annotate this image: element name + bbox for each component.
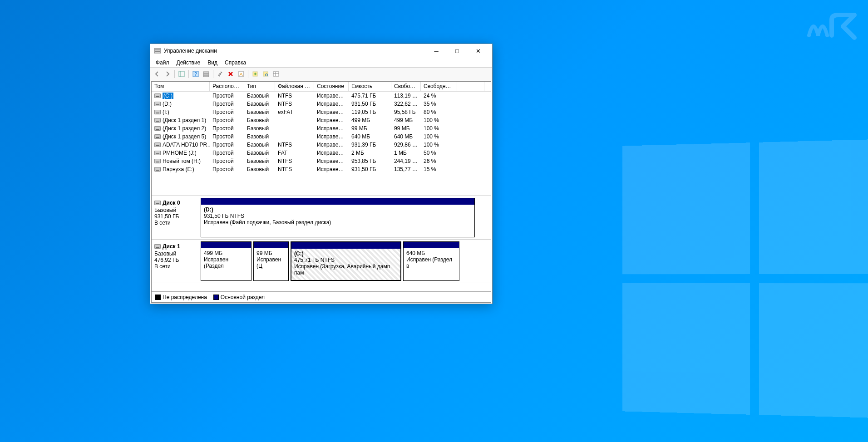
content-area: Том Располож… Тип Файловая с… Состояние … <box>151 81 491 303</box>
volume-status: Исправен… <box>314 125 349 132</box>
volume-freepct: 100 % <box>421 125 457 132</box>
partition[interactable]: 640 МБИсправен (Раздел в <box>403 241 459 281</box>
col-volume[interactable]: Том <box>152 82 210 91</box>
maximize-button[interactable]: □ <box>447 44 468 58</box>
disk-type: Базовый <box>154 250 198 257</box>
volume-freepct: 100 % <box>421 141 457 148</box>
svg-text:?: ? <box>194 72 197 77</box>
volume-capacity: 640 МБ <box>349 133 391 140</box>
volume-capacity: 931,50 ГБ <box>349 166 391 173</box>
disk-label: Диск 0 <box>163 200 180 206</box>
col-capacity[interactable]: Емкость <box>349 82 391 91</box>
volume-row[interactable]: (D:)ПростойБазовыйNTFSИсправен…931,50 ГБ… <box>152 100 491 108</box>
show-hide-console-tree-icon[interactable] <box>177 69 187 79</box>
volume-filesystem: NTFS <box>275 166 314 173</box>
help-icon[interactable]: ? <box>191 69 201 79</box>
partition-title: (C:) <box>294 250 304 257</box>
titlebar[interactable]: Управление дисками ─ □ ✕ <box>150 44 492 58</box>
drive-icon <box>154 142 161 147</box>
volume-name: Парнуха (E:) <box>163 166 194 172</box>
disk-status: В сети <box>154 220 198 226</box>
volume-row[interactable]: (Диск 1 раздел 1)ПростойБазовыйИсправен…… <box>152 116 491 124</box>
volume-layout: Простой <box>210 157 244 165</box>
volume-type: Базовый <box>244 92 275 99</box>
action-list-icon[interactable] <box>201 69 211 79</box>
volume-capacity: 475,71 ГБ <box>349 92 391 99</box>
volume-layout: Простой <box>210 149 244 157</box>
volume-list-header: Том Располож… Тип Файловая с… Состояние … <box>152 82 491 92</box>
partition[interactable]: (C:)475,71 ГБ NTFSИсправен (Загрузка, Ав… <box>291 241 401 281</box>
drive-icon <box>154 102 161 106</box>
disk-row[interactable]: Диск 0Базовый931,50 ГБВ сети(D:)931,50 Г… <box>152 196 491 240</box>
volume-free: 929,86 ГБ <box>391 141 421 148</box>
view-options-icon[interactable] <box>271 69 281 79</box>
partition[interactable]: 99 МБИсправен (Ц <box>253 241 289 281</box>
partition-color-bar <box>404 242 459 248</box>
volume-row[interactable]: ADATA HD710 PR…ПростойБазовыйNTFSИсправе… <box>152 141 491 149</box>
menu-help[interactable]: Справка <box>221 59 250 67</box>
partition-status: Исправен (Ц <box>256 256 281 269</box>
volume-row[interactable]: (Диск 1 раздел 2)ПростойБазовыйИсправен…… <box>152 124 491 133</box>
delete-icon[interactable] <box>226 69 236 79</box>
col-free[interactable]: Свобод… <box>391 82 421 91</box>
volume-type: Базовый <box>244 100 275 108</box>
close-button[interactable]: ✕ <box>468 44 488 58</box>
volume-type: Базовый <box>244 157 275 165</box>
volume-capacity: 2 МБ <box>349 149 391 157</box>
properties-icon[interactable] <box>236 69 246 79</box>
volume-filesystem: exFAT <box>275 108 314 116</box>
legend-unallocated-label: Не распределена <box>163 294 207 300</box>
col-spacer <box>457 82 484 91</box>
legend-primary-label: Основной раздел <box>221 294 265 300</box>
partition-size: 475,71 ГБ NTFS <box>294 257 335 263</box>
menu-view[interactable]: Вид <box>204 59 221 67</box>
forward-button[interactable] <box>163 69 173 79</box>
volume-filesystem: NTFS <box>275 100 314 108</box>
volume-capacity: 99 МБ <box>349 125 391 132</box>
volume-row[interactable]: (Диск 1 раздел 5)ПростойБазовыйИсправен…… <box>152 133 491 141</box>
partition[interactable]: 499 МБИсправен (Раздел <box>201 241 252 281</box>
volume-row[interactable]: PMHOME (J:)ПростойБазовыйFATИсправен…2 М… <box>152 149 491 157</box>
menu-file[interactable]: Файл <box>152 59 173 67</box>
disk-map[interactable]: Диск 0Базовый931,50 ГБВ сети(D:)931,50 Г… <box>152 196 491 291</box>
minimize-button[interactable]: ─ <box>426 44 447 58</box>
partition-status: Исправен (Файл подкачки, Базовый раздел … <box>204 219 331 226</box>
volume-type: Базовый <box>244 141 275 148</box>
partition-size: 931,50 ГБ NTFS <box>204 213 244 219</box>
disk-label: Диск 1 <box>163 243 180 250</box>
refresh-icon[interactable] <box>250 69 260 79</box>
volume-row[interactable]: (I:)ПростойБазовыйexFATИсправен…119,05 Г… <box>152 108 491 116</box>
legend-unallocated-swatch <box>155 295 161 300</box>
watermark-logo <box>804 13 859 40</box>
volume-freepct: 80 % <box>421 108 457 116</box>
drive-icon <box>154 244 161 249</box>
menubar: Файл Действие Вид Справка <box>150 58 492 68</box>
col-freepct[interactable]: Свободно % <box>421 82 457 91</box>
volume-row[interactable]: (C:)ПростойБазовыйNTFSИсправен…475,71 ГБ… <box>152 92 491 100</box>
volume-freepct: 50 % <box>421 149 457 157</box>
volume-layout: Простой <box>210 108 244 116</box>
volume-name: (I:) <box>163 109 169 115</box>
volume-list[interactable]: Том Располож… Тип Файловая с… Состояние … <box>152 82 491 196</box>
partition[interactable]: (D:)931,50 ГБ NTFSИсправен (Файл подкачк… <box>201 198 475 237</box>
back-button[interactable] <box>152 69 162 79</box>
col-status[interactable]: Состояние <box>314 82 349 91</box>
rescan-icon[interactable] <box>261 69 271 79</box>
svg-rect-3 <box>179 71 184 77</box>
volume-row[interactable]: Новый том (H:)ПростойБазовыйNTFSИсправен… <box>152 157 491 165</box>
volume-status: Исправен… <box>314 108 349 116</box>
volume-layout: Простой <box>210 125 244 132</box>
col-filesystem[interactable]: Файловая с… <box>275 82 314 91</box>
volume-row[interactable]: Парнуха (E:)ПростойБазовыйNTFSИсправен…9… <box>152 165 491 173</box>
window-title: Управление дисками <box>164 48 426 54</box>
toolbar: ? <box>150 68 492 80</box>
drive-icon <box>154 134 161 139</box>
col-layout[interactable]: Располож… <box>210 82 244 91</box>
settings-icon[interactable] <box>215 69 225 79</box>
disk-size: 476,92 ГБ <box>154 257 198 263</box>
menu-action[interactable]: Действие <box>173 59 204 67</box>
col-type[interactable]: Тип <box>244 82 275 91</box>
volume-filesystem: NTFS <box>275 141 314 148</box>
disk-row[interactable]: Диск 1Базовый476,92 ГБВ сети499 МБИсправ… <box>152 240 491 283</box>
volume-type: Базовый <box>244 108 275 116</box>
